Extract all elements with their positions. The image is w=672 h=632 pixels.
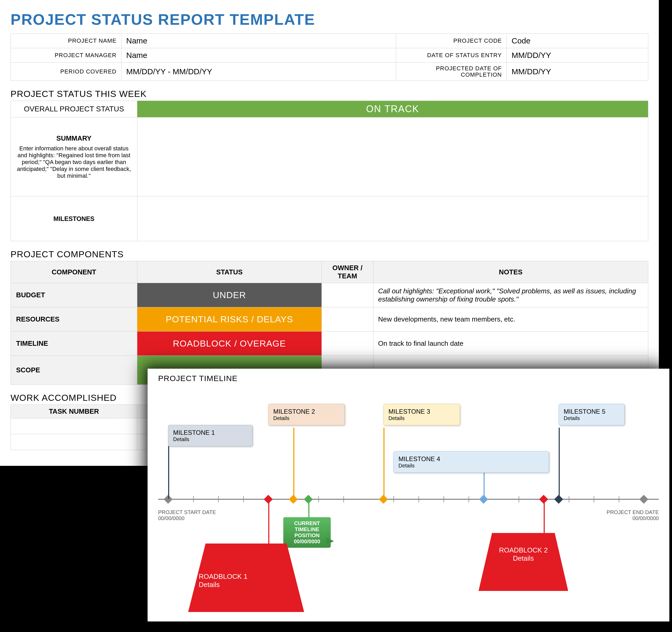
- project-name-label: PROJECT NAME: [11, 34, 121, 48]
- project-name-value[interactable]: Name: [121, 34, 396, 48]
- period-value[interactable]: MM/DD/YY - MM/DD/YY: [121, 63, 396, 81]
- project-manager-value[interactable]: Name: [121, 48, 396, 63]
- roadblock-card-2[interactable]: ROADBLOCK 2 Details: [479, 533, 568, 591]
- table-row: BUDGET UNDER Call out highlights: "Excep…: [11, 283, 648, 307]
- status-week-table: OVERALL PROJECT STATUS ON TRACK SUMMARY …: [10, 101, 648, 241]
- col-notes: NOTES: [373, 261, 648, 283]
- milestone-card-5[interactable]: MILESTONE 5 Details: [559, 404, 625, 425]
- row-timeline-label: TIMELINE: [11, 331, 137, 356]
- row-scope-label: SCOPE: [11, 356, 137, 385]
- row-timeline-owner[interactable]: [322, 331, 374, 356]
- overall-status-value[interactable]: ON TRACK: [137, 101, 648, 118]
- end-marker: [639, 495, 648, 504]
- row-budget-notes[interactable]: Call out highlights: "Exceptional work,"…: [373, 283, 648, 307]
- col-owner: OWNER / TEAM: [322, 261, 374, 283]
- project-manager-label: PROJECT MANAGER: [11, 48, 121, 63]
- page-title: PROJECT STATUS REPORT TEMPLATE: [10, 10, 648, 28]
- row-timeline-status[interactable]: ROADBLOCK / OVERAGE: [137, 331, 322, 356]
- table-row: RESOURCES POTENTIAL RISKS / DELAYS New d…: [11, 307, 648, 331]
- summary-placeholder: Enter information here about overall sta…: [17, 145, 131, 179]
- row-budget-owner[interactable]: [322, 283, 374, 307]
- components-heading: PROJECT COMPONENTS: [10, 249, 648, 259]
- row-timeline-notes[interactable]: On track to final launch date: [373, 331, 648, 356]
- period-label: PERIOD COVERED: [11, 63, 121, 81]
- row-resources-owner[interactable]: [322, 307, 374, 331]
- project-code-label: PROJECT CODE: [396, 34, 507, 48]
- project-code-value[interactable]: Code: [507, 34, 648, 48]
- components-table: COMPONENT STATUS OWNER / TEAM NOTES BUDG…: [10, 261, 648, 385]
- row-budget-status[interactable]: UNDER: [137, 283, 322, 307]
- row-budget-label: BUDGET: [11, 283, 137, 307]
- timeline-axis: [158, 499, 659, 500]
- status-week-heading: PROJECT STATUS THIS WEEK: [10, 89, 648, 99]
- row-resources-status[interactable]: POTENTIAL RISKS / DELAYS: [137, 307, 322, 331]
- row-resources-label: RESOURCES: [11, 307, 137, 331]
- col-task-number: TASK NUMBER: [11, 405, 137, 419]
- current-position-badge[interactable]: CURRENT TIMELINE POSITION 00/00/0000: [283, 517, 331, 548]
- milestones-value[interactable]: [137, 197, 648, 241]
- milestone-card-1[interactable]: MILESTONE 1 Details: [168, 425, 253, 446]
- overall-status-label: OVERALL PROJECT STATUS: [11, 101, 137, 118]
- milestones-heading: MILESTONES: [11, 197, 137, 241]
- timeline-end-label: PROJECT END DATE 00/00/0000: [607, 509, 659, 522]
- milestone-card-4[interactable]: MILESTONE 4 Details: [393, 451, 549, 473]
- milestone-card-2[interactable]: MILESTONE 2 Details: [268, 404, 345, 425]
- completion-value[interactable]: MM/DD/YY: [507, 63, 648, 81]
- summary-cell[interactable]: SUMMARY Enter information here about ove…: [11, 118, 137, 197]
- timeline-start-label: PROJECT START DATE 00/00/0000: [158, 509, 216, 522]
- timeline-stage: MILESTONE 1 Details MILESTONE 2 Details …: [158, 385, 659, 617]
- col-component: COMPONENT: [11, 261, 137, 283]
- project-timeline-panel[interactable]: PROJECT TIMELINE MILESTONE 1 Details: [148, 369, 669, 622]
- roadblock-card-1[interactable]: ROADBLOCK 1 Details: [188, 543, 304, 612]
- meta-table: PROJECT NAME Name PROJECT CODE Code PROJ…: [10, 33, 648, 81]
- timeline-title: PROJECT TIMELINE: [158, 374, 659, 383]
- col-status: STATUS: [137, 261, 322, 283]
- table-row: TIMELINE ROADBLOCK / OVERAGE On track to…: [11, 331, 648, 356]
- row-resources-notes[interactable]: New developments, new team members, etc.: [373, 307, 648, 331]
- summary-value[interactable]: [137, 118, 648, 197]
- milestone-card-3[interactable]: MILESTONE 3 Details: [383, 404, 460, 425]
- summary-heading: SUMMARY: [16, 134, 132, 143]
- completion-label: PROJECTED DATE OF COMPLETION: [396, 63, 507, 81]
- status-date-value[interactable]: MM/DD/YY: [507, 48, 648, 63]
- status-date-label: DATE OF STATUS ENTRY: [396, 48, 507, 63]
